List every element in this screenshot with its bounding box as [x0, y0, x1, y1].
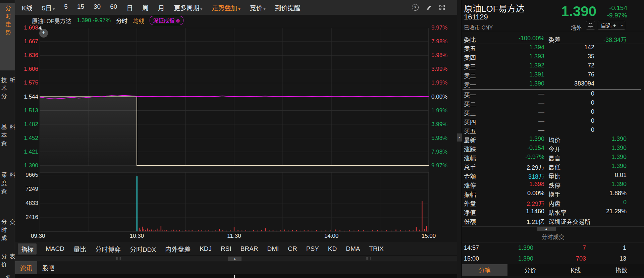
row-value: 1.390: [611, 181, 627, 188]
add-watchlist-button[interactable]: 自选 + ▾: [598, 21, 625, 30]
panel-expand-arrow-icon[interactable]: ▸: [457, 133, 462, 142]
row-label: 最新: [464, 135, 476, 144]
price-axis-tick: 1.513: [15, 107, 38, 114]
sidebar-item-depth[interactable]: 深度资料: [0, 169, 15, 203]
row-value: -100.00%: [519, 35, 544, 42]
indicator-tab-内外盘差[interactable]: 内外盘差: [165, 244, 191, 254]
volume-bar: [400, 230, 401, 231]
toolbar-item-kline[interactable]: K线: [22, 3, 33, 12]
indicator-tab-指标[interactable]: 指标: [18, 243, 37, 255]
volume-axis-tick: 4833: [15, 200, 38, 207]
sidebar-item-tick-trades[interactable]: 分时成交: [0, 216, 15, 250]
news-tab-资讯[interactable]: 资讯: [15, 261, 37, 274]
alert-bell-button[interactable]: [586, 21, 595, 30]
level-price: —: [538, 99, 544, 106]
toolbar-item-min30[interactable]: 30: [94, 3, 101, 12]
toolbar-item-more-periods[interactable]: 更多周期▾: [174, 3, 202, 12]
ask-row: 卖一1.390383094: [462, 80, 644, 89]
sidebar-item-technical[interactable]: 技术分析: [0, 74, 15, 108]
volume-bar: [147, 228, 148, 231]
indicator-tab-BRAR[interactable]: BRAR: [240, 245, 258, 253]
toolbar-item-month[interactable]: 月: [158, 3, 164, 12]
volume-axis-tick: 2416: [15, 214, 38, 221]
indicator-tab-TRIX[interactable]: TRIX: [369, 245, 383, 253]
row-label: 净值: [464, 208, 476, 217]
quote-tab-分笔[interactable]: 分笔: [462, 264, 507, 276]
volume-bar: [171, 230, 171, 232]
indicator-tab-KDJ[interactable]: KDJ: [200, 245, 212, 253]
watchlist-caret-icon[interactable]: ▾: [619, 23, 625, 27]
bottom-splitter-handle[interactable]: [234, 275, 235, 278]
indicator-tab-分时博弈[interactable]: 分时博弈: [95, 244, 121, 254]
row-value: 1.390: [529, 135, 544, 143]
volume-axis-tick: 9665: [15, 172, 38, 178]
bottom-splitter[interactable]: [15, 274, 457, 278]
toolbar-item-min60[interactable]: 60: [110, 3, 117, 12]
tick-count: 13: [620, 253, 626, 264]
indicator-tab-MACD[interactable]: MACD: [46, 245, 64, 253]
bid-row: 买五—0: [462, 126, 644, 135]
expand-up-handle[interactable]: ▲: [537, 227, 556, 231]
quote-tab-分价[interactable]: 分价: [507, 264, 553, 276]
row-label: 均价: [548, 135, 560, 144]
indicator-tab-分时DDX[interactable]: 分时DDX: [130, 244, 156, 254]
row-label: 委差: [548, 35, 560, 44]
fullscreen-icon[interactable]: [438, 4, 446, 11]
volume-bar: [149, 230, 150, 231]
sidebar-item-label: 多: [3, 275, 12, 278]
toolbar-item-price-alert[interactable]: 到价提醒: [275, 3, 300, 12]
percent-axis-tick: 1.99%: [431, 79, 452, 86]
indicator-tab-DMI[interactable]: DMI: [267, 245, 279, 253]
ask-row: 卖四1.39335: [462, 53, 644, 62]
sidebar-item-more[interactable]: 多: [0, 272, 15, 278]
level-volume: 0: [591, 90, 594, 97]
price-pane[interactable]: [40, 28, 429, 166]
level-volume: 0: [591, 99, 594, 106]
sidebar-item-price-table[interactable]: 分价表: [0, 251, 15, 274]
volume-pane[interactable]: [40, 172, 429, 232]
indicator-tab-量比[interactable]: 量比: [73, 244, 86, 254]
toolbar-item-week[interactable]: 周: [142, 3, 149, 12]
pane-splitter[interactable]: ▲: [15, 256, 457, 261]
toolbar-item-auction[interactable]: 竞价▾: [250, 3, 265, 12]
level-label: 卖三: [464, 62, 476, 71]
volume-axis-tick: 7249: [15, 186, 38, 192]
row-label: 涨停: [464, 181, 476, 189]
splitter-collapse-handle[interactable]: ▲: [228, 257, 241, 261]
quote-title: 原油LOF易方达: [464, 2, 525, 14]
sidebar-item-intraday[interactable]: 分时走势: [0, 3, 15, 70]
splitter-grip-icon[interactable]: [366, 257, 371, 260]
clock-circle-icon[interactable]: ▾: [412, 4, 419, 11]
toolbar-item-trend-overlay[interactable]: 走势叠加▾: [212, 3, 240, 12]
order-book-and-stats: 委比-100.00%委差-38.34万卖五1.394142卖四1.39335卖三…: [462, 35, 644, 226]
indicator-tab-KD[interactable]: KD: [328, 245, 337, 253]
volume-bar: [241, 230, 242, 231]
row-value: 1.698: [529, 181, 544, 188]
toolbar-item-min5[interactable]: 5: [64, 3, 68, 12]
sidebar-item-label: 基本资料: [0, 124, 16, 155]
price-axis-tick: 1.421: [15, 149, 38, 155]
volume-bar: [159, 230, 159, 232]
volume-bar: [155, 230, 155, 232]
quote-tab-K线[interactable]: K线: [553, 264, 599, 276]
brush-draw-icon[interactable]: [425, 4, 432, 11]
indicator-tab-CR[interactable]: CR: [288, 245, 297, 253]
indicator-tab-DMA[interactable]: DMA: [346, 245, 360, 253]
news-tab-股吧[interactable]: 股吧: [37, 261, 59, 274]
splitter-grip-icon[interactable]: [116, 257, 121, 260]
indicator-tab-RSI[interactable]: RSI: [221, 245, 231, 253]
quote-tab-指数[interactable]: 指数: [598, 264, 644, 276]
intraday-chart[interactable]: + 1.6981.6671.6361.6061.5751.5441.5131.4…: [15, 15, 457, 242]
volume-bar: [145, 230, 146, 231]
sidebar-item-fundamental[interactable]: 基本资料: [0, 121, 15, 155]
volume-bar: [182, 231, 183, 231]
quote-code: 161129: [464, 13, 488, 21]
toolbar-item-5day[interactable]: 5日▾: [42, 3, 55, 12]
toolbar-item-day[interactable]: 日: [126, 3, 133, 12]
price-axis-tick: 1.575: [15, 79, 38, 86]
level-label: 买一: [464, 90, 476, 99]
toolbar-item-min15[interactable]: 15: [77, 3, 84, 12]
indicator-tab-PSY[interactable]: PSY: [306, 245, 319, 253]
level-price: —: [538, 90, 544, 97]
level-volume: 142: [584, 44, 594, 51]
